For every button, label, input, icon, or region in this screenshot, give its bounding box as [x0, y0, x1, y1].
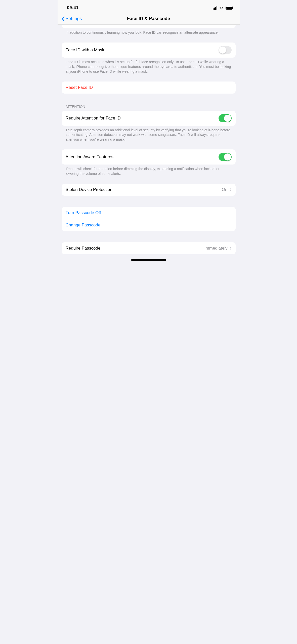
chevron-back-icon	[62, 16, 65, 21]
mask-group: Face ID with a Mask	[62, 43, 236, 58]
home-indicator[interactable]	[131, 259, 166, 261]
turn-passcode-off-button[interactable]: Turn Passcode Off	[62, 207, 236, 219]
require-passcode-group: Require Passcode Immediately	[62, 242, 236, 254]
wifi-icon	[219, 6, 224, 10]
change-passcode-label: Change Passcode	[66, 223, 101, 228]
require-attention-footer: TrueDepth camera provides an additional …	[58, 126, 240, 142]
attention-aware-toggle[interactable]	[219, 153, 232, 161]
attention-header: Attention	[58, 105, 240, 111]
status-bar: 09:41	[58, 0, 240, 14]
reset-face-id-button[interactable]: Reset Face ID	[62, 82, 236, 94]
attention-aware-label: Attention Aware Features	[66, 154, 114, 159]
stolen-device-row[interactable]: Stolen Device Protection On	[62, 184, 236, 196]
back-label: Settings	[66, 16, 82, 21]
alternate-appearance-group: Set Up an Alternate Appearance	[62, 25, 236, 28]
face-id-mask-label: Face ID with a Mask	[66, 48, 104, 53]
require-attention-label: Require Attention for Face ID	[66, 116, 121, 121]
status-icons	[213, 6, 233, 10]
require-attention-toggle[interactable]	[219, 114, 232, 122]
attention-aware-row[interactable]: Attention Aware Features	[62, 149, 236, 165]
face-id-mask-toggle[interactable]	[219, 46, 232, 54]
attention-aware-footer: iPhone will check for attention before d…	[58, 165, 240, 176]
mask-footer: Face ID is most accurate when it's set u…	[58, 58, 240, 74]
reset-group: Reset Face ID	[62, 82, 236, 94]
content: Set Up an Alternate Appearance In additi…	[58, 25, 240, 273]
stolen-device-label: Stolen Device Protection	[66, 187, 112, 192]
chevron-right-icon	[230, 247, 232, 250]
nav-bar: Settings Face ID & Passcode	[58, 14, 240, 25]
require-passcode-value: Immediately	[204, 246, 228, 251]
passcode-actions-group: Turn Passcode Off Change Passcode	[62, 207, 236, 231]
change-passcode-button[interactable]: Change Passcode	[66, 219, 236, 231]
status-time: 09:41	[67, 5, 79, 10]
page-title: Face ID & Passcode	[127, 16, 170, 21]
reset-face-id-label: Reset Face ID	[66, 85, 93, 90]
setup-alternate-appearance-button[interactable]: Set Up an Alternate Appearance	[62, 25, 236, 26]
signal-icon	[213, 6, 217, 10]
turn-passcode-off-label: Turn Passcode Off	[66, 210, 101, 215]
attention-aware-group: Attention Aware Features	[62, 149, 236, 165]
back-button[interactable]: Settings	[62, 16, 82, 21]
require-attention-row[interactable]: Require Attention for Face ID	[62, 111, 236, 126]
require-attention-group: Require Attention for Face ID	[62, 111, 236, 126]
stolen-group: Stolen Device Protection On	[62, 184, 236, 196]
require-passcode-label: Require Passcode	[66, 246, 101, 251]
chevron-right-icon	[230, 188, 232, 191]
alternate-footer: In addition to continuously learning how…	[58, 28, 240, 35]
face-id-mask-row[interactable]: Face ID with a Mask	[62, 43, 236, 58]
require-passcode-row[interactable]: Require Passcode Immediately	[62, 242, 236, 254]
battery-icon	[226, 6, 233, 10]
stolen-device-value: On	[222, 187, 228, 192]
